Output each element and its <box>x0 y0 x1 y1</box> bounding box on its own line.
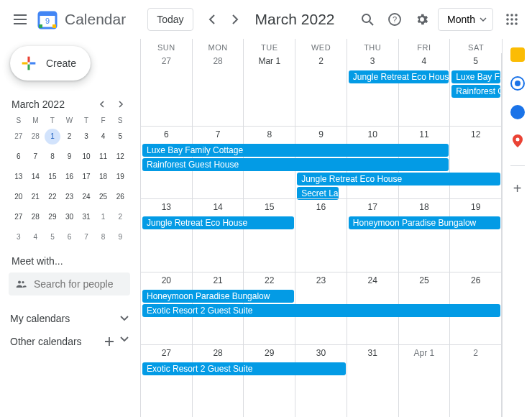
day-number: 10 <box>347 127 398 139</box>
calendar-event[interactable]: Honeymoon Paradise Bungalow <box>349 216 500 229</box>
mini-day[interactable]: 1 <box>45 129 60 145</box>
events-layer: Luxe Bay Family CottageRainforest Guest … <box>141 144 502 197</box>
svg-rect-2 <box>52 24 56 28</box>
mini-day[interactable]: 2 <box>112 209 128 225</box>
mini-day[interactable]: 7 <box>78 229 94 245</box>
mini-prev-button[interactable] <box>94 96 110 112</box>
mini-day[interactable]: 8 <box>45 149 60 165</box>
next-month-button[interactable] <box>224 8 247 31</box>
settings-button[interactable] <box>411 8 434 31</box>
search-button[interactable] <box>356 8 379 31</box>
search-people-field[interactable] <box>9 272 130 295</box>
chevron-left-icon <box>99 101 105 108</box>
addons-button[interactable]: + <box>513 180 522 197</box>
calendar-event[interactable]: Jungle Retreat Eco House <box>297 173 500 185</box>
day-number: 11 <box>399 127 450 139</box>
day-number: Mar 1 <box>244 53 295 66</box>
mini-day[interactable]: 24 <box>78 189 94 205</box>
calendar-event[interactable]: Luxe Bay Family Cottage <box>142 144 449 157</box>
mini-day[interactable]: 26 <box>112 189 128 205</box>
contacts-icon[interactable] <box>510 105 525 119</box>
mini-day[interactable]: 3 <box>78 129 94 145</box>
calendar-event[interactable]: Exotic Resort 2 Guest Suite <box>142 304 500 317</box>
maps-icon[interactable] <box>510 134 525 148</box>
create-button[interactable]: Create <box>10 46 91 81</box>
create-button-label: Create <box>46 58 76 69</box>
mini-day[interactable]: 13 <box>11 169 27 185</box>
day-number: 15 <box>244 199 295 212</box>
mini-day[interactable]: 5 <box>112 129 128 145</box>
other-calendars-toggle[interactable]: Other calendars <box>9 330 130 353</box>
calendar-event[interactable]: Rainforest Guest House <box>142 158 449 171</box>
view-selector-label: Month <box>447 14 475 25</box>
mini-day[interactable]: 5 <box>45 229 60 245</box>
my-calendars-toggle[interactable]: My calendars <box>9 307 130 330</box>
mini-day[interactable]: 11 <box>96 149 111 165</box>
keep-icon[interactable] <box>510 47 525 62</box>
day-number: 23 <box>295 272 347 285</box>
view-selector[interactable]: Month <box>438 8 493 31</box>
sidebar: Create March 2022 SMTWTFS272812345678910… <box>0 39 140 417</box>
mini-day[interactable]: 28 <box>27 209 43 225</box>
calendar-event[interactable]: Luxe Bay Far <box>451 70 500 83</box>
mini-day[interactable]: 27 <box>11 209 27 225</box>
day-number: 18 <box>399 199 450 212</box>
plus-icon[interactable] <box>104 336 114 347</box>
calendar-event[interactable]: Jungle Retreat Eco House <box>142 216 294 229</box>
caret-down-icon <box>480 17 487 22</box>
mini-day[interactable]: 21 <box>27 189 43 205</box>
mini-dow-label: T <box>78 116 95 124</box>
mini-next-button[interactable] <box>113 96 129 112</box>
mini-day[interactable]: 15 <box>45 169 60 185</box>
dow-header: WED <box>295 39 347 53</box>
mini-day[interactable]: 14 <box>27 169 43 185</box>
svg-point-13 <box>515 18 518 21</box>
search-people-input[interactable] <box>34 278 123 290</box>
mini-day[interactable]: 12 <box>112 149 128 165</box>
mini-day[interactable]: 3 <box>11 229 27 245</box>
mini-day[interactable]: 6 <box>11 149 27 165</box>
mini-day[interactable]: 9 <box>112 229 128 245</box>
calendar-event[interactable]: Exotic Resort 2 Guest Suite <box>142 362 346 375</box>
mini-day[interactable]: 9 <box>61 149 77 165</box>
today-button[interactable]: Today <box>147 8 193 31</box>
google-apps-button[interactable] <box>497 5 526 34</box>
day-number: 20 <box>141 272 192 285</box>
mini-day[interactable]: 25 <box>96 189 111 205</box>
mini-day[interactable]: 6 <box>61 229 77 245</box>
gear-icon <box>415 12 429 27</box>
meet-with-label: Meet with... <box>12 255 127 267</box>
prev-month-button[interactable] <box>201 8 224 31</box>
mini-day[interactable]: 4 <box>96 129 111 145</box>
mini-day[interactable]: 28 <box>27 129 43 145</box>
mini-day[interactable]: 18 <box>96 169 111 185</box>
events-layer: Jungle Retreat Eco HouseLuxe Bay FarRain… <box>141 70 502 124</box>
mini-day[interactable]: 29 <box>45 209 60 225</box>
mini-day[interactable]: 1 <box>96 209 111 225</box>
day-number: 13 <box>141 199 192 212</box>
day-number: 27 <box>141 53 192 66</box>
calendar-event[interactable]: Jungle Retreat Eco House <box>349 70 449 83</box>
mini-day[interactable]: 17 <box>78 169 94 185</box>
mini-day[interactable]: 30 <box>61 209 77 225</box>
mini-day[interactable]: 20 <box>11 189 27 205</box>
mini-day[interactable]: 31 <box>78 209 94 225</box>
mini-day[interactable]: 7 <box>27 149 43 165</box>
mini-day[interactable]: 19 <box>112 169 128 185</box>
mini-day[interactable]: 4 <box>27 229 43 245</box>
help-button[interactable]: ? <box>383 8 406 31</box>
mini-day[interactable]: 16 <box>61 169 77 185</box>
people-icon <box>16 279 27 289</box>
menu-button[interactable] <box>6 5 35 34</box>
mini-day[interactable]: 27 <box>11 129 27 145</box>
mini-day[interactable]: 10 <box>78 149 94 165</box>
mini-day[interactable]: 22 <box>45 189 60 205</box>
mini-day[interactable]: 8 <box>96 229 111 245</box>
tasks-icon[interactable] <box>510 76 525 91</box>
svg-text:9: 9 <box>45 17 50 25</box>
mini-day[interactable]: 23 <box>61 189 77 205</box>
calendar-event[interactable]: Rainforest G <box>451 85 500 98</box>
calendar-event[interactable]: Honeymoon Paradise Bungalow <box>142 290 294 303</box>
week-row: 2728293031Apr 12Exotic Resort 2 Guest Su… <box>141 344 502 417</box>
mini-day[interactable]: 2 <box>61 129 77 145</box>
